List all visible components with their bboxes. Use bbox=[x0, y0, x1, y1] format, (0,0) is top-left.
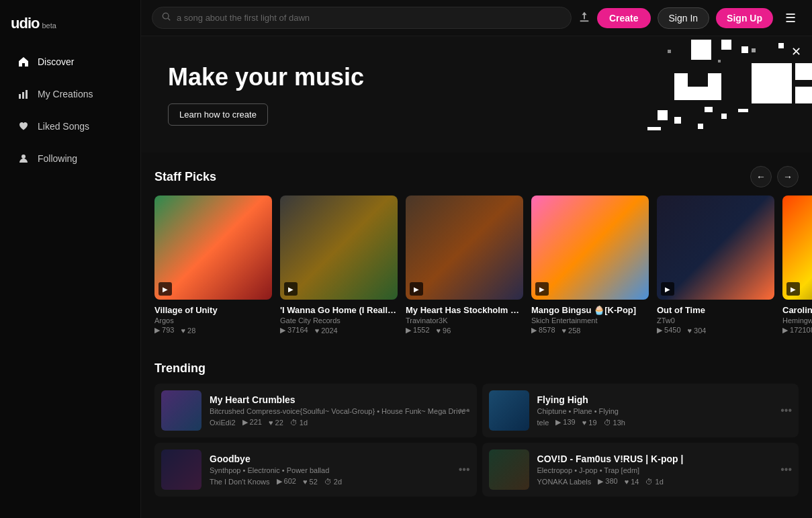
staff-pick-card[interactable]: ▶ Village of Unity Argos ▶ 793 ♥ 28 bbox=[154, 196, 272, 335]
card-likes: ♥ 2024 bbox=[315, 326, 338, 335]
logo-area: udio beta bbox=[0, 8, 140, 46]
card-title: My Heart Has Stockholm Syndr... bbox=[406, 305, 523, 315]
staff-pick-card[interactable]: ▶ Out of Time ZTw0 ▶ 5450 ♥ 304 bbox=[657, 196, 774, 335]
trending-info: COV!D - Fam0us V!RUS | K-pop | Electropo… bbox=[537, 454, 792, 486]
card-plays: ▶ 37164 bbox=[280, 326, 308, 335]
trending-thumbnail bbox=[161, 390, 201, 431]
signup-button[interactable]: Sign Up bbox=[716, 8, 773, 28]
sidebar-item-following[interactable]: Following bbox=[5, 143, 135, 174]
prev-arrow-button[interactable]: ← bbox=[750, 166, 772, 187]
svg-rect-25 bbox=[698, 124, 703, 129]
main-content: Create Sign In Sign Up ☰ Make your music… bbox=[141, 0, 812, 518]
menu-button[interactable]: ☰ bbox=[780, 8, 801, 28]
staff-picks-section-header: Staff Picks ← → bbox=[141, 153, 812, 196]
card-title: Carolina-O bbox=[782, 305, 812, 315]
card-thumbnail: ▶ bbox=[782, 196, 812, 300]
home-icon bbox=[17, 56, 30, 68]
card-thumbnail: ▶ bbox=[657, 196, 774, 300]
svg-rect-1 bbox=[22, 92, 24, 99]
svg-rect-8 bbox=[741, 46, 748, 53]
heart-icon bbox=[17, 120, 30, 132]
nav-arrows: ← → bbox=[750, 166, 799, 187]
sidebar-following-label: Following bbox=[38, 153, 77, 164]
trending-item[interactable]: COV!D - Fam0us V!RUS | K-pop | Electropo… bbox=[482, 443, 799, 497]
banner-decoration bbox=[543, 36, 812, 153]
svg-line-5 bbox=[168, 18, 170, 20]
svg-rect-19 bbox=[738, 109, 748, 112]
card-thumbnail: ▶ bbox=[406, 196, 523, 300]
banner-content: Make your music Learn how to create bbox=[168, 63, 364, 126]
next-arrow-button[interactable]: → bbox=[777, 166, 799, 187]
trending-more-button[interactable]: ••• bbox=[459, 404, 470, 417]
card-likes: ♥ 28 bbox=[181, 326, 195, 335]
trending-meta: The I Don't Knows ▶ 602 ♥ 52 ⏱ 2d bbox=[210, 477, 470, 486]
banner-title: Make your music bbox=[168, 63, 364, 91]
card-stats: ▶ 37164 ♥ 2024 bbox=[280, 326, 398, 335]
card-artist: Hemingway bbox=[782, 316, 812, 325]
card-plays: ▶ 1552 bbox=[406, 326, 430, 335]
signin-button[interactable]: Sign In bbox=[658, 7, 710, 29]
card-thumbnail: ▶ bbox=[280, 196, 398, 300]
staff-picks-cards: ▶ Village of Unity Argos ▶ 793 ♥ 28 ▶ 'I… bbox=[141, 196, 812, 348]
trending-more-button[interactable]: ••• bbox=[459, 464, 470, 476]
trending-time: ⏱ 1d bbox=[645, 478, 663, 486]
svg-rect-18 bbox=[721, 114, 727, 119]
trending-time: ⏱ 2d bbox=[324, 478, 342, 486]
trending-title: Trending bbox=[154, 361, 206, 376]
trending-thumbnail bbox=[161, 449, 201, 490]
staff-pick-card[interactable]: ▶ Mango Bingsu 🧁[K-Pop] Skich Entertainm… bbox=[531, 196, 649, 335]
card-plays: ▶ 8578 bbox=[531, 326, 555, 335]
staff-pick-card[interactable]: ▶ 'I Wanna Go Home (I Really Ha... Gate … bbox=[280, 196, 398, 335]
svg-rect-22 bbox=[752, 48, 756, 52]
trending-tags: Chiptune • Plane • Flying bbox=[537, 407, 792, 415]
trending-artist: OxiEdi2 bbox=[210, 419, 236, 427]
sidebar-item-my-creations[interactable]: My Creations bbox=[5, 79, 135, 110]
banner-close-button[interactable]: ✕ bbox=[791, 44, 801, 59]
trending-item[interactable]: Flying High Chiptune • Plane • Flying te… bbox=[482, 384, 799, 437]
search-input[interactable] bbox=[177, 13, 561, 23]
trending-item[interactable]: My Heart Crumbles Bitcrushed Compress-vo… bbox=[154, 384, 477, 437]
trending-likes: ♥ 19 bbox=[582, 419, 597, 427]
trending-plays: ▶ 380 bbox=[598, 477, 617, 486]
search-area bbox=[152, 7, 572, 29]
create-button[interactable]: Create bbox=[597, 8, 651, 28]
trending-meta: tele ▶ 139 ♥ 19 ⏱ 13h bbox=[537, 418, 792, 427]
sidebar-item-discover[interactable]: Discover bbox=[5, 46, 135, 77]
trending-tags: Synthpop • Electronic • Power ballad bbox=[210, 466, 470, 474]
play-badge: ▶ bbox=[159, 282, 172, 296]
svg-rect-23 bbox=[778, 43, 784, 48]
staff-pick-card[interactable]: ▶ Carolina-O Hemingway ▶ 172108 ♥ 51 bbox=[782, 196, 812, 335]
svg-rect-16 bbox=[674, 117, 681, 124]
card-plays: ▶ 172108 bbox=[782, 326, 812, 335]
card-plays: ▶ 5450 bbox=[657, 326, 681, 335]
sidebar-item-liked-songs[interactable]: Liked Songs bbox=[5, 111, 135, 142]
trending-time: ⏱ 1d bbox=[290, 419, 308, 427]
svg-rect-0 bbox=[19, 94, 21, 99]
trending-plays: ▶ 139 bbox=[555, 418, 575, 427]
sidebar-liked-songs-label: Liked Songs bbox=[38, 121, 89, 132]
card-likes: ♥ 96 bbox=[437, 326, 451, 335]
svg-point-3 bbox=[21, 155, 26, 159]
trending-more-button[interactable]: ••• bbox=[780, 404, 792, 417]
card-artist: Skich Entertainment bbox=[531, 316, 649, 325]
trending-more-button[interactable]: ••• bbox=[780, 464, 792, 476]
trending-section-header: Trending bbox=[141, 348, 812, 384]
logo-beta: beta bbox=[42, 21, 56, 30]
learn-how-button[interactable]: Learn how to create bbox=[168, 103, 268, 126]
staff-picks-title: Staff Picks bbox=[154, 170, 216, 184]
svg-rect-7 bbox=[721, 40, 731, 50]
card-stats: ▶ 5450 ♥ 304 bbox=[657, 326, 774, 335]
trending-item[interactable]: Goodbye Synthpop • Electronic • Power ba… bbox=[154, 443, 477, 497]
topbar: Create Sign In Sign Up ☰ bbox=[141, 0, 812, 36]
trending-likes: ♥ 52 bbox=[303, 478, 318, 486]
svg-rect-2 bbox=[26, 90, 28, 99]
trending-song-title: Goodbye bbox=[210, 454, 470, 464]
card-stats: ▶ 793 ♥ 28 bbox=[154, 326, 272, 335]
card-artist: Travinator3K bbox=[406, 316, 523, 325]
card-artist: ZTw0 bbox=[657, 316, 774, 325]
staff-pick-card[interactable]: ▶ My Heart Has Stockholm Syndr... Travin… bbox=[406, 196, 523, 335]
trending-meta: OxiEdi2 ▶ 221 ♥ 22 ⏱ 1d bbox=[210, 418, 470, 427]
card-likes: ♥ 304 bbox=[688, 326, 707, 335]
card-thumbnail: ▶ bbox=[531, 196, 649, 300]
svg-rect-9 bbox=[674, 73, 688, 100]
